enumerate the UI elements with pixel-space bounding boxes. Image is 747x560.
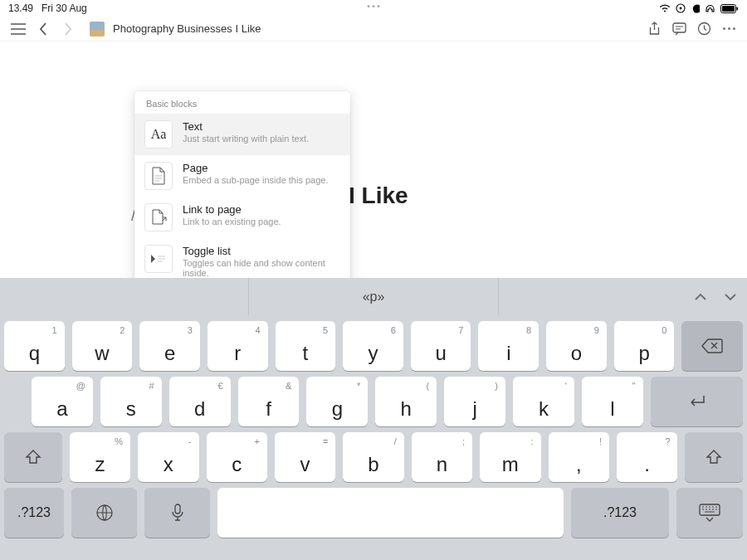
suggestion-1[interactable] [0, 278, 248, 315]
slash-menu-item-text[interactable]: Aa Text Just start writing with plain te… [134, 114, 350, 155]
key-n[interactable]: ;n [412, 432, 472, 482]
suggestion-2[interactable]: «p» [248, 278, 497, 315]
key-v[interactable]: =v [275, 432, 335, 482]
key-d[interactable]: €d [169, 377, 231, 426]
dictation-key[interactable] [144, 488, 210, 538]
slash-menu-header: Basic blocks [134, 91, 350, 114]
key-m[interactable]: :m [480, 432, 540, 482]
comments-icon[interactable] [669, 19, 689, 39]
battery-icon [720, 4, 739, 13]
status-bar: 13.49 Fri 30 Aug [0, 0, 747, 17]
slash-item-desc: Just start writing with plain text. [183, 134, 309, 144]
backspace-key[interactable] [681, 321, 743, 371]
shift-key-left[interactable] [4, 432, 62, 482]
text-block-icon: Aa [144, 120, 173, 149]
status-time: 13.49 [8, 2, 33, 14]
keyboard: «p» 1q2w3e4r5t6y7u8i9o0p @a#s€d&f*g(h)j'… [0, 278, 747, 560]
slash-item-title: Toggle list [183, 245, 340, 257]
key-row-2: @a#s€d&f*g(h)j'k"l [0, 371, 747, 426]
slash-item-desc: Link to an existing page. [183, 217, 281, 226]
key-row-3: %z-x+c=v/b;n:m!,?. [0, 426, 747, 482]
history-icon[interactable] [694, 19, 714, 39]
wifi-icon [659, 4, 671, 13]
key-s[interactable]: #s [100, 377, 162, 426]
key-k[interactable]: 'k [513, 377, 574, 426]
key-y[interactable]: 6y [343, 321, 403, 371]
key-g[interactable]: *g [306, 377, 368, 426]
sync-icon [676, 3, 686, 13]
key-u[interactable]: 7u [411, 321, 471, 371]
slash-item-desc: Toggles can hide and show content inside… [183, 258, 340, 278]
key-.[interactable]: ?. [617, 432, 677, 482]
dnd-icon [691, 4, 700, 13]
globe-key[interactable] [71, 488, 137, 538]
key-w[interactable]: 2w [72, 321, 133, 371]
svg-point-1 [680, 7, 682, 10]
key-row-1: 1q2w3e4r5t6y7u8i9o0p [0, 315, 747, 371]
slash-item-desc: Embed a sub-page inside this page. [183, 175, 329, 185]
key-i[interactable]: 8i [478, 321, 539, 371]
key-row-4: .?123 .?123 [0, 482, 747, 543]
back-icon[interactable] [33, 19, 53, 39]
key-,[interactable]: !, [549, 432, 609, 482]
key-a[interactable]: @a [32, 377, 93, 426]
slash-menu-item-link[interactable]: Link to page Link to an existing page. [134, 197, 350, 238]
key-t[interactable]: 5t [276, 321, 336, 371]
page-emoji-icon [90, 22, 105, 37]
key-e[interactable]: 3e [139, 321, 200, 371]
status-date: Fri 30 Aug [42, 2, 87, 14]
menu-icon[interactable] [8, 19, 28, 39]
slash-item-title: Page [183, 162, 329, 174]
key-l[interactable]: "l [582, 377, 643, 426]
editor-content[interactable]: / | I Like ttps://photographingiceland.i… [0, 41, 747, 278]
key-h[interactable]: (h [375, 377, 437, 426]
key-j[interactable]: )j [444, 377, 505, 426]
key-r[interactable]: 4r [208, 321, 268, 371]
toggle-block-icon [144, 245, 173, 273]
key-x[interactable]: -x [138, 432, 198, 482]
redo-suggest-icon[interactable] [724, 293, 737, 301]
link-page-icon [144, 203, 173, 231]
key-z[interactable]: %z [70, 432, 130, 482]
key-p[interactable]: 0p [614, 321, 675, 371]
forward-icon[interactable] [58, 19, 78, 39]
suggestion-bar: «p» [0, 278, 747, 315]
key-c[interactable]: +c [207, 432, 267, 482]
status-right [659, 3, 739, 13]
undo-suggest-icon[interactable] [694, 293, 707, 301]
key-f[interactable]: &f [238, 377, 300, 426]
toolbar: Photography Businesses I Like [0, 17, 747, 41]
slash-item-title: Link to page [183, 203, 281, 216]
mode-key-left[interactable]: .?123 [4, 488, 64, 538]
page-heading: I Like [349, 183, 408, 209]
key-o[interactable]: 9o [546, 321, 607, 371]
slash-menu-item-page[interactable]: Page Embed a sub-page inside this page. [134, 155, 350, 197]
return-key[interactable] [651, 377, 743, 426]
app-handle[interactable] [368, 5, 380, 7]
share-icon[interactable] [644, 19, 664, 39]
page-title-breadcrumb[interactable]: Photography Businesses I Like [113, 22, 261, 35]
svg-rect-5 [673, 23, 686, 32]
slash-item-title: Text [183, 120, 309, 133]
svg-rect-4 [737, 7, 739, 10]
page-block-icon [144, 162, 173, 190]
svg-rect-8 [175, 504, 180, 514]
hide-keyboard-key[interactable] [676, 488, 743, 538]
more-icon[interactable] [719, 19, 739, 39]
svg-rect-3 [722, 6, 735, 12]
headphones-icon [705, 3, 715, 13]
key-b[interactable]: /b [343, 432, 403, 482]
mode-key-right[interactable]: .?123 [571, 488, 669, 538]
space-key[interactable] [217, 488, 564, 538]
shift-key-right[interactable] [685, 432, 743, 482]
key-q[interactable]: 1q [4, 321, 65, 371]
